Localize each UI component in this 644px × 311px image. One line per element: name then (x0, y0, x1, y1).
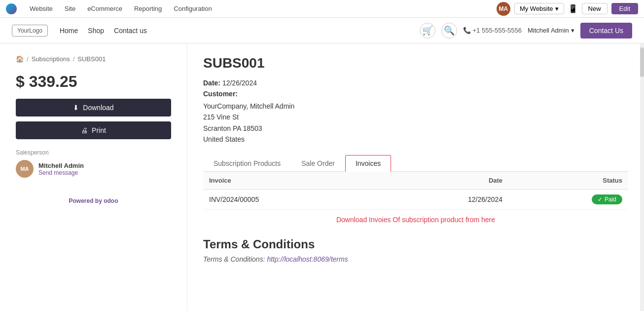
print-icon: 🖨 (81, 126, 88, 134)
subscription-id: SUBS001 (203, 55, 628, 71)
customer-country: United States (203, 134, 628, 145)
salesperson-name: Mitchell Admin (38, 162, 84, 169)
nav-item-reporting[interactable]: Reporting (129, 3, 167, 14)
customer-address: YourCompany, Mitchell Admin 215 Vine St … (203, 101, 628, 145)
right-panel: SUBS001 Date: 12/26/2024 Customer: YourC… (187, 43, 644, 311)
scrollbar-thumb[interactable] (640, 47, 644, 77)
breadcrumb-subscriptions[interactable]: Subscriptions (32, 55, 70, 63)
terms-title: Terms & Conditions (203, 237, 628, 251)
nav-item-ecommerce[interactable]: eCommerce (82, 3, 127, 14)
breadcrumb-subs001[interactable]: SUBS001 (77, 55, 106, 63)
phone-number: +1 555-555-5556 (473, 27, 522, 34)
powered-by-text: Powered by (69, 197, 104, 204)
site-header-right: 🛒 🔍 📞 +1 555-555-5556 Mitchell Admin ▾ C… (420, 23, 632, 39)
odoo-logo-icon (6, 3, 17, 14)
date-value: 12/26/2024 (222, 79, 257, 87)
salesperson-avatar: MA (16, 160, 34, 178)
breadcrumb-sep-2: / (73, 55, 75, 63)
customer-city: Scranton PA 18503 (203, 123, 628, 134)
customer-label: Customer: (203, 90, 238, 98)
download-button[interactable]: ⬇ Download (16, 99, 171, 117)
subscription-price: $ 339.25 (16, 73, 171, 91)
site-logo: YourLogo (12, 25, 48, 37)
new-button[interactable]: New (582, 3, 608, 14)
customer-street: 215 Vine St (203, 112, 628, 122)
phone-info: 📞 +1 555-555-5556 (463, 27, 522, 34)
terms-link[interactable]: http://localhost:8069/terms (267, 255, 348, 263)
paid-badge: ✓ Paid (592, 194, 622, 204)
salesperson-details: Mitchell Admin Send message (38, 162, 84, 176)
site-nav-home[interactable]: Home (60, 27, 78, 35)
invoice-status: ✓ Paid (508, 189, 628, 209)
odoo-logo (6, 3, 17, 14)
salesperson-section: Salesperson MA Mitchell Admin Send messa… (16, 149, 171, 178)
top-nav-right: MA My Website ▾ 📱 New Edit (497, 2, 638, 16)
chevron-down-icon: ▾ (555, 5, 559, 12)
col-invoice: Invoice (203, 172, 377, 190)
salesperson-label: Salesperson (16, 149, 171, 156)
site-nav-shop[interactable]: Shop (88, 27, 104, 35)
powered-by-brand: odoo (104, 197, 118, 204)
terms-text: Terms & Conditions: http://localhost:806… (203, 255, 628, 263)
my-website-button[interactable]: My Website ▾ (514, 3, 564, 14)
invoice-number[interactable]: INV/2024/00005 (203, 189, 377, 209)
user-avatar: MA (497, 2, 510, 16)
salesperson-info: MA Mitchell Admin Send message (16, 160, 171, 178)
top-nav: Website Site eCommerce Reporting Configu… (0, 0, 644, 18)
print-button[interactable]: 🖨 Print (16, 121, 171, 139)
my-website-label: My Website (520, 5, 553, 12)
cart-icon[interactable]: 🛒 (420, 23, 435, 39)
phone-icon: 📞 (463, 27, 471, 34)
tab-sale-order[interactable]: Sale Order (291, 155, 345, 172)
invoice-date: 12/26/2024 (377, 189, 508, 209)
download-label: Download (83, 104, 113, 112)
print-label: Print (92, 126, 106, 134)
date-label: Date: (203, 79, 220, 87)
tab-subscription-products[interactable]: Subscription Products (203, 155, 291, 172)
breadcrumb: 🏠 / Subscriptions / SUBS001 (16, 55, 171, 63)
admin-dropdown[interactable]: Mitchell Admin ▾ (528, 27, 574, 34)
breadcrumb-sep-1: / (27, 55, 29, 63)
scrollbar-track[interactable] (640, 43, 644, 311)
site-nav-contact-us[interactable]: Contact us (114, 27, 147, 35)
customer-label-block: Customer: (203, 90, 628, 98)
invoice-table: Invoice Date Status INV/2024/00005 12/26… (203, 172, 628, 210)
check-icon: ✓ (598, 196, 603, 203)
search-icon[interactable]: 🔍 (441, 23, 457, 39)
tab-invoices[interactable]: Invoices (345, 155, 391, 172)
edit-button[interactable]: Edit (611, 3, 638, 14)
download-message: Download Invoies Of subscription product… (203, 210, 628, 230)
admin-name: Mitchell Admin (528, 27, 569, 34)
site-header: YourLogo Home Shop Contact us 🛒 🔍 📞 +1 5… (0, 18, 644, 43)
nav-item-site[interactable]: Site (60, 3, 80, 14)
col-status: Status (508, 172, 628, 190)
send-message-link[interactable]: Send message (38, 169, 84, 176)
download-icon: ⬇ (73, 104, 79, 112)
top-nav-items: Website Site eCommerce Reporting Configu… (25, 3, 489, 14)
terms-label: Terms & Conditions: (203, 255, 265, 263)
nav-item-configuration[interactable]: Configuration (169, 3, 216, 14)
contact-us-button[interactable]: Contact Us (580, 23, 632, 39)
status-label: Paid (605, 196, 616, 203)
col-date: Date (377, 172, 508, 190)
tabs: Subscription Products Sale Order Invoice… (203, 155, 628, 172)
table-row: INV/2024/00005 12/26/2024 ✓ Paid (203, 189, 628, 209)
nav-item-website[interactable]: Website (25, 3, 58, 14)
powered-by: Powered by odoo (16, 197, 171, 204)
home-icon[interactable]: 🏠 (16, 55, 24, 63)
site-nav: Home Shop Contact us (60, 27, 420, 35)
date-info: Date: 12/26/2024 (203, 79, 628, 87)
customer-name: YourCompany, Mitchell Admin (203, 101, 628, 112)
chevron-down-icon: ▾ (571, 27, 574, 34)
left-panel: 🏠 / Subscriptions / SUBS001 $ 339.25 ⬇ D… (0, 43, 187, 311)
mobile-icon: 📱 (568, 4, 578, 13)
main-content: 🏠 / Subscriptions / SUBS001 $ 339.25 ⬇ D… (0, 43, 644, 311)
